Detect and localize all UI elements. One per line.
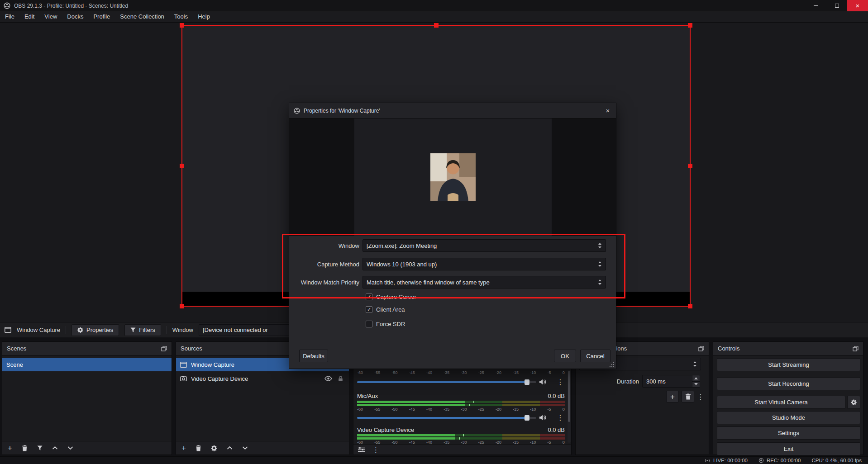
maximize-button[interactable] [826, 0, 847, 11]
transitions-menu-button[interactable]: ⋮ [697, 393, 704, 401]
menu-file[interactable]: File [0, 11, 19, 22]
selection-handle-mid-right[interactable] [688, 164, 692, 168]
start-virtual-camera-button[interactable]: Start Virtual Camera [717, 396, 845, 409]
mixer-menu-button[interactable]: ⋮ [372, 446, 379, 454]
capture-method-combo[interactable]: Windows 10 (1903 and up) [362, 258, 606, 270]
close-button[interactable]: × [847, 0, 868, 11]
duration-up-button[interactable] [692, 375, 700, 381]
mute-toggle-speaker-icon[interactable] [539, 415, 547, 421]
start-streaming-button[interactable]: Start Streaming [717, 358, 860, 371]
channel-menu-button[interactable]: ⋮ [557, 378, 564, 386]
menu-docks[interactable]: Docks [62, 11, 88, 22]
channel-name: Mic/Aux [357, 393, 378, 399]
window-select-combo[interactable]: [Zoom.exe]: Zoom Meeting [362, 239, 606, 252]
client-area-label: Client Area [376, 306, 405, 313]
studio-mode-button[interactable]: Studio Mode [717, 411, 860, 424]
capture-method-label: Capture Method [289, 261, 362, 268]
duration-spinbox[interactable]: 300 ms [642, 375, 700, 388]
obs-logo-icon [294, 108, 300, 114]
ok-button[interactable]: OK [554, 350, 576, 362]
window-title-bar: OBS 29.1.3 - Profile: Untitled - Scenes:… [0, 0, 868, 11]
db-tick-label: -15 [513, 407, 519, 412]
source-row-video-capture-device[interactable]: Video Capture Device [176, 372, 349, 385]
menu-tools[interactable]: Tools [169, 11, 193, 22]
force-sdr-label: Force SDR [376, 321, 405, 327]
rec-time: REC: 00:00:00 [767, 458, 801, 463]
db-tick-label: -60 [357, 407, 363, 412]
menu-scene-collection[interactable]: Scene Collection [115, 11, 169, 22]
source-properties-button[interactable] [211, 445, 217, 451]
move-source-up-button[interactable] [227, 446, 233, 450]
selection-handle-mid-left[interactable] [180, 164, 184, 168]
scene-filters-button[interactable] [37, 445, 43, 450]
add-source-button[interactable]: + [181, 445, 186, 451]
window-capture-icon [5, 327, 11, 333]
dialog-close-button[interactable]: × [600, 103, 616, 118]
dock-icon[interactable] [853, 346, 858, 351]
menu-profile[interactable]: Profile [88, 11, 115, 22]
duration-value: 300 ms [646, 378, 666, 385]
selection-handle-top-right[interactable] [688, 23, 692, 28]
dock-icon[interactable] [161, 346, 167, 351]
menu-edit[interactable]: Edit [19, 11, 39, 22]
filters-button[interactable]: Filters [124, 324, 161, 336]
advanced-audio-properties-button[interactable] [358, 447, 365, 453]
selection-handle-top-left[interactable] [180, 23, 184, 28]
volume-slider[interactable] [357, 413, 536, 422]
client-area-checkbox[interactable]: ✓ [366, 306, 372, 313]
sources-panel-title: Sources [181, 345, 202, 352]
channel-menu-button[interactable]: ⋮ [557, 413, 564, 422]
capture-cursor-label: Capture Cursor [376, 294, 416, 300]
capture-cursor-checkbox[interactable]: ✓ [366, 294, 372, 300]
menu-view[interactable]: View [39, 11, 62, 22]
settings-button[interactable]: Settings [717, 426, 860, 440]
lock-toggle[interactable] [338, 376, 343, 382]
scenes-panel: Scenes Scene + [2, 341, 172, 455]
obs-logo-icon [4, 2, 10, 9]
status-cpu: CPU: 0.4%, 60.00 fps [811, 458, 862, 463]
webcam-photo [430, 153, 476, 201]
toolbar-divider [66, 326, 66, 334]
cancel-button[interactable]: Cancel [580, 350, 610, 362]
selection-handle-bottom-right[interactable] [688, 304, 692, 308]
remove-scene-button[interactable] [22, 445, 28, 451]
scenes-toolbar: + [2, 441, 172, 455]
db-tick-label: -55 [374, 370, 380, 376]
defaults-button[interactable]: Defaults [299, 350, 328, 362]
scene-list-item[interactable]: Scene [2, 358, 172, 371]
dialog-title-bar[interactable]: Properties for 'Window Capture' × [289, 103, 616, 118]
sources-toolbar: + [176, 441, 349, 455]
selection-handle-bottom-left[interactable] [180, 304, 184, 308]
combo-arrows-icon [595, 279, 602, 285]
controls-panel: Controls Start Streaming Start Recording… [713, 341, 863, 455]
virtual-camera-settings-button[interactable] [847, 396, 860, 409]
move-scene-up-button[interactable] [52, 446, 58, 450]
slider-handle[interactable] [525, 415, 529, 421]
add-scene-button[interactable]: + [8, 445, 12, 451]
minimize-button[interactable] [806, 0, 826, 11]
menu-help[interactable]: Help [193, 11, 215, 22]
remove-source-button[interactable] [196, 445, 201, 451]
db-tick-label: 0 [563, 370, 565, 376]
exit-button[interactable]: Exit [717, 442, 860, 455]
window-match-priority-combo[interactable]: Match title, otherwise find window of sa… [362, 276, 606, 289]
remove-transition-button[interactable] [682, 391, 694, 402]
dock-icon[interactable] [698, 346, 704, 351]
window-match-priority-value: Match title, otherwise find window of sa… [367, 279, 490, 286]
selection-handle-top-center[interactable] [434, 23, 439, 28]
dialog-resize-grip[interactable] [609, 362, 615, 367]
duration-down-button[interactable] [692, 381, 700, 388]
move-scene-down-button[interactable] [67, 446, 73, 450]
volume-slider[interactable] [357, 378, 536, 387]
duration-spin-buttons[interactable] [692, 375, 700, 387]
start-recording-button[interactable]: Start Recording [717, 377, 860, 390]
visibility-toggle[interactable] [324, 376, 332, 381]
slider-handle[interactable] [525, 379, 529, 385]
force-sdr-checkbox[interactable] [366, 321, 372, 327]
move-source-down-button[interactable] [242, 446, 248, 450]
camera-icon [180, 376, 187, 381]
properties-button[interactable]: Properties [72, 324, 119, 336]
mixer-scrollbar[interactable] [568, 370, 571, 443]
mute-toggle-speaker-icon[interactable] [539, 379, 547, 385]
add-transition-button[interactable]: + [666, 391, 679, 402]
